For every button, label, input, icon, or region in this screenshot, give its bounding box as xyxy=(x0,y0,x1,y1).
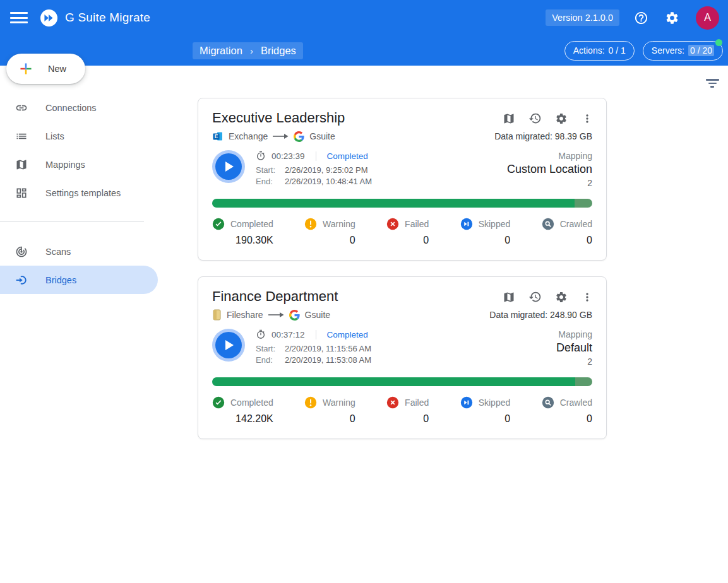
avatar[interactable]: A xyxy=(696,6,719,30)
data-migrated: Data migrated: 248.90 GB xyxy=(489,310,592,320)
gear-icon xyxy=(555,112,568,125)
duration: 00:37:12 xyxy=(272,330,305,339)
progress-bar xyxy=(212,377,592,386)
actions-value: 0 / 1 xyxy=(609,45,626,56)
card-more-button[interactable] xyxy=(581,112,594,125)
destination-label: Gsuite xyxy=(305,310,330,320)
play-icon xyxy=(225,162,234,172)
status-label: Completed xyxy=(327,330,368,339)
duration: 00:23:39 xyxy=(272,151,305,161)
search-circle-icon xyxy=(542,218,554,230)
sidebar-item-settings-templates[interactable]: Settings templates xyxy=(0,179,158,207)
stat-value: 142.20K xyxy=(212,413,273,425)
stat-skipped: Skipped 0 xyxy=(460,396,511,425)
status-label: Completed xyxy=(327,151,368,161)
end-label: End: xyxy=(256,355,280,366)
servers-label: Servers: xyxy=(652,45,684,56)
sidebar-item-label: Lists xyxy=(45,131,64,141)
new-button[interactable]: New xyxy=(6,54,85,84)
filter-button[interactable] xyxy=(705,78,720,90)
skip-next-icon xyxy=(460,218,473,230)
card-settings-button[interactable] xyxy=(555,291,568,303)
history-icon xyxy=(528,112,542,125)
map-icon xyxy=(503,112,515,125)
dashboard-icon xyxy=(15,187,28,199)
card-settings-button[interactable] xyxy=(555,112,568,125)
sidebar-item-scans[interactable]: Scans xyxy=(0,237,158,266)
filter-icon xyxy=(706,79,719,81)
breadcrumb-item-bridges[interactable]: Bridges xyxy=(261,45,296,57)
actions-button[interactable]: Actions: 0 / 1 xyxy=(564,41,635,61)
source-label: Exchange xyxy=(229,131,268,141)
stats-row: Completed 142.20K Warning 0 Failed 0 Ski… xyxy=(198,386,606,425)
sidebar: New Connections Lists Mappings Settings … xyxy=(0,66,158,583)
card-map-button[interactable] xyxy=(503,291,515,303)
stat-value: 190.30K xyxy=(212,235,273,246)
end-label: End: xyxy=(256,176,280,187)
end-value: 2/26/2019, 10:48:41 AM xyxy=(285,176,372,187)
play-button[interactable] xyxy=(212,329,245,362)
actions-label: Actions: xyxy=(573,45,605,56)
stat-value: 0 xyxy=(304,413,355,425)
gear-icon xyxy=(665,11,679,25)
bridge-card: Executive Leadership E Exchange Gsuite D… xyxy=(198,98,607,261)
status-separator xyxy=(316,330,316,339)
stats-row: Completed 190.30K Warning 0 Failed 0 Ski… xyxy=(198,208,606,246)
card-title: Finance Department xyxy=(212,288,338,305)
stat-crawled: Crawled 0 xyxy=(542,218,592,246)
servers-button[interactable]: Servers: 0 / 20 xyxy=(643,41,723,61)
google-g-icon xyxy=(289,310,300,321)
warning-icon xyxy=(304,396,317,409)
help-icon xyxy=(634,11,648,25)
sidebar-item-connections[interactable]: Connections xyxy=(0,93,158,122)
card-more-button[interactable] xyxy=(581,291,594,303)
check-circle-icon xyxy=(212,218,225,230)
exchange-icon: E xyxy=(212,131,224,142)
sidebar-nav: Connections Lists Mappings Settings temp… xyxy=(0,66,158,294)
map-icon xyxy=(503,291,515,303)
history-icon xyxy=(528,290,542,303)
app-logo-icon xyxy=(40,9,57,26)
help-button[interactable] xyxy=(634,11,648,25)
data-migrated: Data migrated: 98.39 GB xyxy=(494,131,592,141)
stat-value: 0 xyxy=(542,235,592,246)
sidebar-item-bridges[interactable]: Bridges xyxy=(0,266,158,294)
app-title: G Suite Migrate xyxy=(65,11,150,25)
mapping-count: 2 xyxy=(556,356,592,367)
app-bar: G Suite Migrate Version 2.1.0.0 A Migrat… xyxy=(0,0,728,66)
stat-completed: Completed 190.30K xyxy=(212,218,273,246)
sidebar-item-mappings[interactable]: Mappings xyxy=(0,150,158,179)
stat-skipped: Skipped 0 xyxy=(460,218,511,246)
start-value: 2/20/2019, 11:15:56 AM xyxy=(285,343,371,355)
stat-value: 0 xyxy=(460,235,511,246)
skip-next-icon xyxy=(460,396,473,409)
scan-icon xyxy=(15,245,28,258)
mapping-label: Mapping xyxy=(556,329,592,339)
version-badge: Version 2.1.0.0 xyxy=(546,9,619,26)
check-circle-icon xyxy=(212,396,225,409)
plus-icon xyxy=(19,62,33,76)
gear-icon xyxy=(555,291,568,303)
play-icon xyxy=(225,340,234,350)
breadcrumb: Migration › Bridges xyxy=(193,42,303,59)
stat-value: 0 xyxy=(542,413,592,425)
stat-crawled: Crawled 0 xyxy=(542,396,592,425)
hamburger-menu-button[interactable] xyxy=(10,11,28,24)
breadcrumb-item-migration[interactable]: Migration xyxy=(200,45,242,57)
source-label: Fileshare xyxy=(227,310,263,320)
sidebar-item-lists[interactable]: Lists xyxy=(0,122,158,150)
servers-value: 0 / 20 xyxy=(688,45,714,56)
mapping-name: Custom Location xyxy=(507,163,592,176)
google-g-icon xyxy=(294,131,304,142)
status-separator xyxy=(316,151,316,161)
settings-topbar-button[interactable] xyxy=(665,11,679,25)
play-button[interactable] xyxy=(212,150,245,183)
mapping-label: Mapping xyxy=(507,151,592,161)
link-icon xyxy=(15,102,28,114)
bridge-card: Finance Department Fileshare Gsuite Data… xyxy=(198,276,607,439)
card-history-button[interactable] xyxy=(528,112,542,125)
stat-value: 0 xyxy=(386,235,429,246)
timer-icon xyxy=(256,329,266,339)
card-map-button[interactable] xyxy=(503,112,515,125)
card-history-button[interactable] xyxy=(528,290,542,303)
